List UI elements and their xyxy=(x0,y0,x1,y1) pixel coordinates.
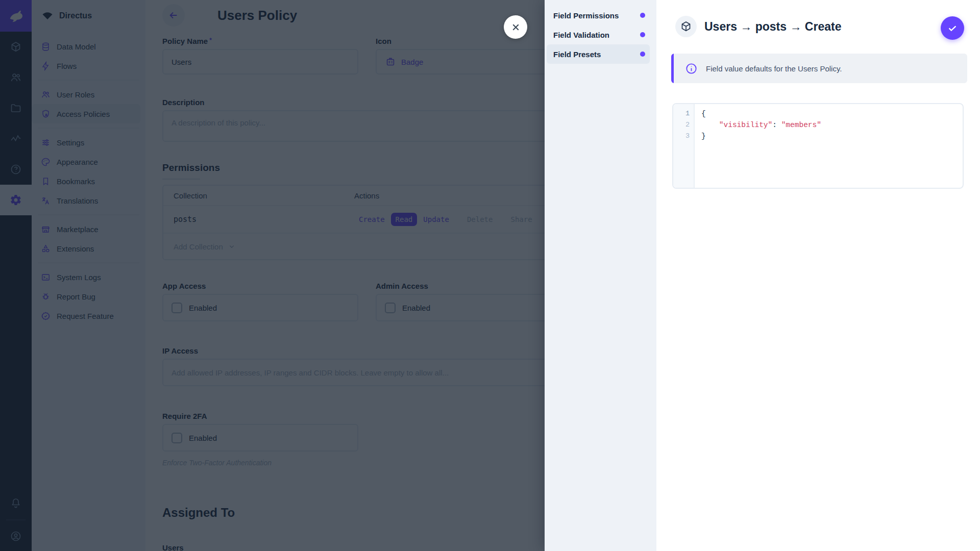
box-icon xyxy=(675,16,697,37)
tab-field-presets[interactable]: Field Presets xyxy=(547,44,650,64)
drawer-close-button[interactable] xyxy=(504,15,527,39)
tab-field-permissions[interactable]: Field Permissions xyxy=(547,6,650,25)
drawer-header: Users → posts → Create xyxy=(656,0,980,37)
edited-dot-icon xyxy=(640,52,645,57)
info-icon xyxy=(685,62,698,75)
info-banner: Field value defaults for the Users Polic… xyxy=(671,54,967,83)
drawer-nav: Field Permissions Field Validation Field… xyxy=(545,0,656,551)
drawer-main: Users → posts → Create Field value defau… xyxy=(656,0,980,551)
save-button[interactable] xyxy=(941,16,964,40)
code-gutter: 1 2 3 xyxy=(673,104,695,188)
edited-dot-icon xyxy=(640,13,645,18)
presets-code-editor[interactable]: 1 2 3 { "visibility": "members" } xyxy=(672,103,964,189)
edited-dot-icon xyxy=(640,32,645,37)
check-icon xyxy=(947,22,958,34)
code-content[interactable]: { "visibility": "members" } xyxy=(695,104,821,188)
tab-field-validation[interactable]: Field Validation xyxy=(547,25,650,44)
field-presets-drawer: Field Permissions Field Validation Field… xyxy=(545,0,980,551)
close-icon xyxy=(510,22,521,33)
info-banner-text: Field value defaults for the Users Polic… xyxy=(706,64,842,73)
drawer-title: Users → posts → Create xyxy=(704,20,841,34)
